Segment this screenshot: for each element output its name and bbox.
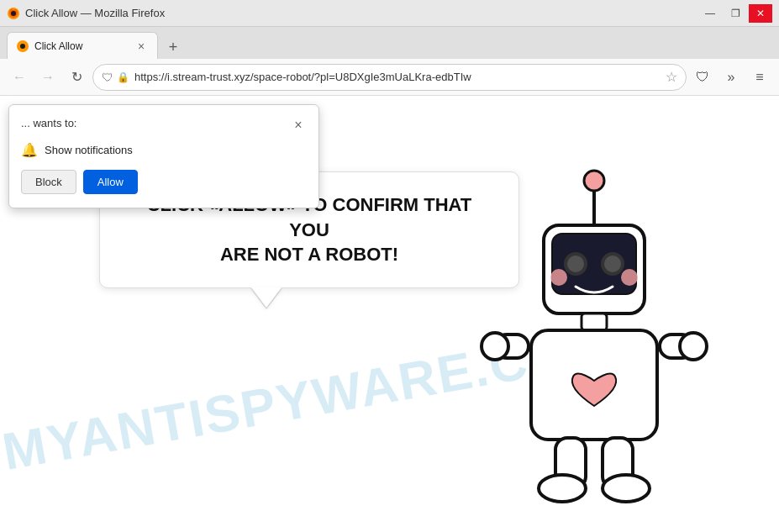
allow-button[interactable]: Allow	[83, 170, 138, 194]
address-bar-icons: 🛡 🔒	[102, 71, 129, 84]
firefox-icon	[7, 7, 20, 20]
maximize-button[interactable]: ❐	[724, 4, 747, 23]
svg-point-10	[567, 255, 584, 272]
shield-icon: 🛡	[102, 71, 113, 84]
block-button[interactable]: Block	[21, 170, 76, 194]
address-bar[interactable]: 🛡 🔒 https://i.stream-trust.xyz/space-rob…	[92, 64, 687, 91]
svg-point-15	[621, 269, 638, 286]
titlebar-controls: — ❐ ✕	[698, 4, 772, 23]
notification-popup: ... wants to: × 🔔 Show notifications Blo…	[8, 104, 319, 208]
tab-label: Click Allow	[34, 40, 129, 52]
popup-permission: 🔔 Show notifications	[21, 142, 307, 158]
minimize-button[interactable]: —	[698, 4, 722, 23]
svg-point-14	[550, 269, 567, 286]
svg-point-3	[20, 44, 25, 49]
svg-point-21	[680, 333, 707, 360]
tabbar: Click Allow × +	[0, 27, 779, 59]
new-tab-button[interactable]: +	[161, 35, 185, 59]
svg-point-1	[11, 11, 16, 16]
popup-buttons: Block Allow	[21, 170, 307, 194]
popup-header: ... wants to: ×	[21, 117, 307, 134]
shield-button[interactable]: 🛡	[690, 65, 715, 90]
forward-button[interactable]: →	[35, 65, 61, 90]
lock-icon: 🔒	[117, 71, 129, 83]
bell-icon: 🔔	[21, 142, 38, 158]
back-button[interactable]: ←	[7, 65, 32, 90]
titlebar-left: Click Allow — Mozilla Firefox	[7, 7, 165, 20]
close-button[interactable]: ✕	[749, 4, 772, 23]
content-area: MYANTISPYWARE.COM	[0, 96, 779, 532]
tab-click-allow[interactable]: Click Allow ×	[7, 32, 158, 59]
extensions-button[interactable]: »	[718, 65, 744, 90]
address-text: https://i.stream-trust.xyz/space-robot/?…	[134, 71, 661, 83]
bubble-line2: ARE NOT A ROBOT!	[220, 244, 398, 265]
nav-extras: 🛡 » ≡	[690, 65, 772, 90]
svg-rect-16	[582, 313, 607, 330]
tab-close-button[interactable]: ×	[134, 39, 149, 54]
bookmark-star-icon[interactable]: ☆	[666, 69, 677, 85]
menu-button[interactable]: ≡	[747, 65, 772, 90]
reload-button[interactable]: ↻	[64, 65, 89, 90]
svg-point-13	[604, 255, 621, 272]
tab-favicon	[16, 40, 29, 53]
svg-point-19	[482, 333, 508, 360]
navbar: ← → ↻ 🛡 🔒 https://i.stream-trust.xyz/spa…	[0, 59, 779, 96]
svg-point-23	[539, 475, 586, 502]
popup-wants-text: ... wants to:	[21, 117, 76, 129]
svg-point-25	[603, 475, 650, 502]
permission-label: Show notifications	[45, 144, 133, 156]
svg-point-5	[584, 171, 604, 191]
titlebar: Click Allow — Mozilla Firefox — ❐ ✕	[0, 0, 779, 27]
popup-close-button[interactable]: ×	[290, 117, 307, 134]
titlebar-title: Click Allow — Mozilla Firefox	[25, 7, 165, 19]
